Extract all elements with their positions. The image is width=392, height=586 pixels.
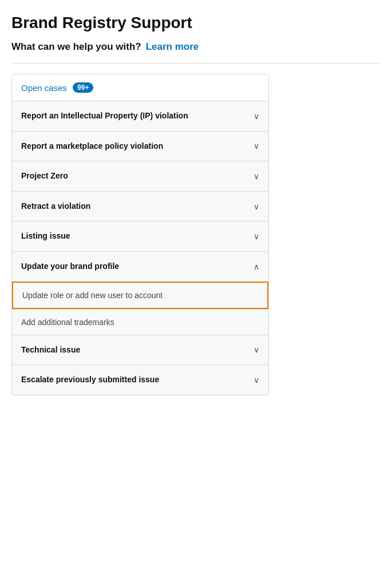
accordion-label-marketplace-violation: Report a marketplace policy violation [21, 141, 247, 152]
chevron-icon-marketplace-violation: ∨ [254, 141, 259, 151]
accordion-item-marketplace-violation: Report a marketplace policy violation∨ [12, 132, 268, 162]
accordion-item-technical-issue: Technical issue∨ [12, 335, 268, 366]
chevron-icon-brand-profile: ∧ [254, 262, 259, 271]
open-cases-row[interactable]: Open cases 99+ [12, 74, 268, 101]
accordion-header-project-zero[interactable]: Project Zero∨ [12, 161, 268, 191]
accordion-header-retract-violation[interactable]: Retract a violation∨ [12, 192, 268, 221]
accordion-item-project-zero: Project Zero∨ [12, 161, 268, 192]
accordion-label-listing-issue: Listing issue [21, 231, 247, 242]
chevron-icon-listing-issue: ∨ [254, 232, 259, 241]
accordion-item-brand-profile: Update your brand profile∧Update role or… [12, 252, 268, 335]
chevron-icon-project-zero: ∨ [254, 172, 259, 181]
sub-item-add-trademarks[interactable]: Add additional trademarks [12, 309, 268, 335]
chevron-icon-technical-issue: ∨ [254, 345, 259, 354]
accordion-label-escalate-issue: Escalate previously submitted issue [21, 374, 247, 386]
accordion-container: Open cases 99+ Report an Intellectual Pr… [11, 74, 269, 395]
chevron-icon-escalate-issue: ∨ [254, 375, 259, 385]
subtitle-text: What can we help you with? [11, 41, 141, 53]
accordion-header-brand-profile[interactable]: Update your brand profile∧ [12, 252, 268, 282]
accordion-item-retract-violation: Retract a violation∨ [12, 192, 268, 222]
chevron-icon-ip-violation: ∨ [254, 112, 259, 121]
accordion-header-ip-violation[interactable]: Report an Intellectual Property (IP) vio… [12, 101, 268, 131]
open-cases-label: Open cases [21, 83, 67, 93]
accordion-item-escalate-issue: Escalate previously submitted issue∨ [12, 365, 268, 395]
chevron-icon-retract-violation: ∨ [254, 202, 259, 211]
accordion-header-marketplace-violation[interactable]: Report a marketplace policy violation∨ [12, 132, 268, 161]
accordion-header-technical-issue[interactable]: Technical issue∨ [12, 335, 268, 365]
sub-item-update-role[interactable]: Update role or add new user to account [12, 282, 268, 309]
divider [11, 63, 381, 64]
accordion-label-technical-issue: Technical issue [21, 345, 247, 356]
accordion-list: Report an Intellectual Property (IP) vio… [12, 101, 268, 395]
accordion-item-ip-violation: Report an Intellectual Property (IP) vio… [12, 101, 268, 132]
page-title: Brand Registry Support [11, 14, 381, 32]
learn-more-link[interactable]: Learn more [146, 41, 199, 53]
accordion-label-project-zero: Project Zero [21, 171, 247, 182]
accordion-label-brand-profile: Update your brand profile [21, 261, 247, 272]
accordion-item-listing-issue: Listing issue∨ [12, 221, 268, 252]
sub-items-brand-profile: Update role or add new user to accountAd… [12, 282, 268, 335]
accordion-label-retract-violation: Retract a violation [21, 201, 247, 212]
open-cases-badge: 99+ [73, 82, 93, 93]
accordion-header-escalate-issue[interactable]: Escalate previously submitted issue∨ [12, 365, 268, 395]
accordion-label-ip-violation: Report an Intellectual Property (IP) vio… [21, 110, 247, 122]
accordion-header-listing-issue[interactable]: Listing issue∨ [12, 221, 268, 251]
subtitle-row: What can we help you with? Learn more [11, 41, 381, 53]
